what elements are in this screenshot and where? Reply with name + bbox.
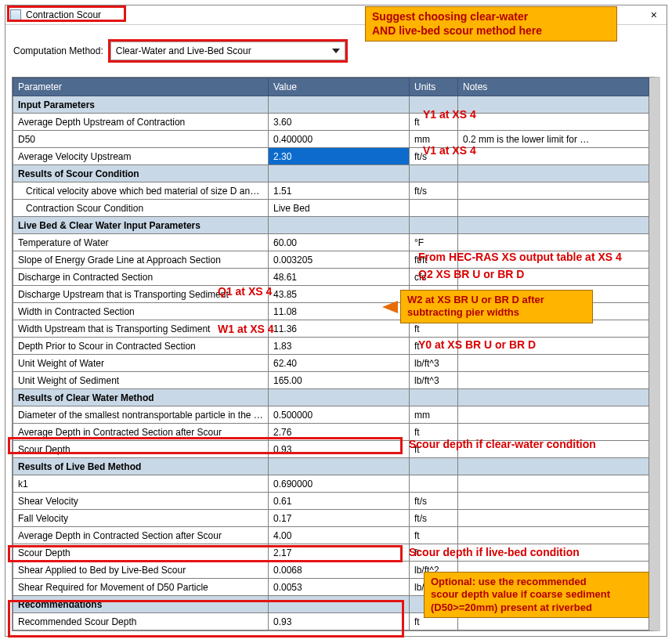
table-row[interactable]: Recommendations <box>13 596 649 613</box>
cell-value[interactable] <box>269 165 410 182</box>
cell-parameter[interactable]: Temperature of Water <box>13 234 269 251</box>
cell-value[interactable]: 0.0053 <box>269 579 410 596</box>
cell-units[interactable]: cfs <box>410 286 458 303</box>
cell-notes[interactable] <box>458 493 649 510</box>
cell-units[interactable]: ft <box>410 303 458 320</box>
cell-parameter[interactable]: Shear Velocity <box>13 493 269 510</box>
cell-units[interactable]: ft <box>410 527 458 544</box>
cell-units[interactable] <box>410 596 458 613</box>
cell-units[interactable]: ft/s <box>410 148 458 165</box>
cell-notes[interactable] <box>458 458 649 475</box>
table-row[interactable]: Slope of Energy Grade Line at Approach S… <box>13 251 649 269</box>
cell-value[interactable]: 0.690000 <box>269 475 410 493</box>
cell-value[interactable] <box>269 596 410 613</box>
cell-notes[interactable] <box>458 338 649 355</box>
table-row[interactable]: Recommended Scour Depth0.93ft <box>13 613 649 630</box>
table-row[interactable]: Width in Contracted Section11.08ft <box>13 303 649 320</box>
cell-notes[interactable] <box>458 510 649 527</box>
cell-units[interactable]: ft/s <box>410 182 458 200</box>
table-row[interactable]: k10.690000 <box>13 475 649 493</box>
cell-value[interactable]: 0.93 <box>269 441 410 458</box>
cell-units[interactable]: ft <box>410 544 458 562</box>
cell-notes[interactable] <box>458 372 649 389</box>
cell-units[interactable] <box>410 389 458 406</box>
cell-notes[interactable] <box>458 182 649 200</box>
col-notes[interactable]: Notes <box>458 78 649 96</box>
cell-value[interactable]: 165.00 <box>269 372 410 389</box>
table-row[interactable]: Results of Scour Condition <box>13 165 649 182</box>
cell-notes[interactable] <box>458 544 649 562</box>
table-row[interactable]: Average Depth in Contracted Section afte… <box>13 424 649 441</box>
cell-value[interactable]: 0.400000 <box>269 131 410 148</box>
table-row[interactable]: Results of Live Bed Method <box>13 458 649 475</box>
cell-notes[interactable] <box>458 320 649 338</box>
computation-method-dropdown[interactable]: Clear-Water and Live-Bed Scour <box>110 42 345 60</box>
cell-units[interactable]: cfs <box>410 269 458 286</box>
cell-parameter[interactable]: Contraction Scour Condition <box>13 200 269 217</box>
table-row[interactable]: Critical velocity above which bed materi… <box>13 182 649 200</box>
cell-parameter[interactable]: Discharge Upstream that is Transporting … <box>13 286 269 303</box>
cell-value[interactable]: 60.00 <box>269 234 410 251</box>
cell-units[interactable] <box>410 165 458 182</box>
cell-notes[interactable] <box>458 251 649 269</box>
cell-parameter[interactable]: Fall Velocity <box>13 510 269 527</box>
cell-units[interactable]: mm <box>410 131 458 148</box>
table-row[interactable]: Unit Weight of Sediment165.00lb/ft^3 <box>13 372 649 389</box>
table-row[interactable]: Contraction Scour ConditionLive Bed <box>13 200 649 217</box>
cell-value[interactable]: 11.08 <box>269 303 410 320</box>
cell-value[interactable]: 0.93 <box>269 613 410 630</box>
cell-units[interactable]: ft <box>410 613 458 630</box>
cell-parameter[interactable]: Average Velocity Upstream <box>13 148 269 165</box>
cell-parameter[interactable]: Depth Prior to Scour in Contracted Secti… <box>13 338 269 355</box>
cell-units[interactable]: ft/s <box>410 493 458 510</box>
cell-units[interactable]: ft <box>410 441 458 458</box>
cell-units[interactable]: mm <box>410 406 458 424</box>
cell-notes[interactable] <box>458 269 649 286</box>
table-row[interactable]: Discharge Upstream that is Transporting … <box>13 286 649 303</box>
cell-notes[interactable] <box>458 613 649 630</box>
cell-units[interactable] <box>410 458 458 475</box>
cell-parameter[interactable]: Recommendations <box>13 596 269 613</box>
cell-parameter[interactable]: Average Depth Upstream of Contraction <box>13 114 269 131</box>
cell-notes[interactable] <box>458 148 649 165</box>
cell-value[interactable]: Live Bed <box>269 200 410 217</box>
cell-parameter[interactable]: Shear Applied to Bed by Live-Bed Scour <box>13 562 269 579</box>
cell-parameter[interactable]: Results of Scour Condition <box>13 165 269 182</box>
cell-parameter[interactable]: Average Depth in Contracted Section afte… <box>13 424 269 441</box>
table-row[interactable]: Shear Required for Movement of D50 Parti… <box>13 579 649 596</box>
cell-parameter[interactable]: Discharge in Contracted Section <box>13 269 269 286</box>
cell-parameter[interactable]: Width Upstream that is Transporting Sedi… <box>13 320 269 338</box>
cell-value[interactable]: 48.61 <box>269 269 410 286</box>
cell-value[interactable]: 62.40 <box>269 355 410 372</box>
cell-parameter[interactable]: Scour Depth <box>13 544 269 562</box>
cell-units[interactable] <box>410 96 458 114</box>
cell-notes[interactable] <box>458 303 649 320</box>
cell-units[interactable]: lb/ft^3 <box>410 355 458 372</box>
cell-units[interactable]: °F <box>410 234 458 251</box>
table-row[interactable]: Shear Applied to Bed by Live-Bed Scour0.… <box>13 562 649 579</box>
cell-value[interactable] <box>269 217 410 234</box>
cell-units[interactable] <box>410 217 458 234</box>
cell-units[interactable]: lb/ft^2 <box>410 579 458 596</box>
cell-notes[interactable] <box>458 96 649 114</box>
cell-parameter[interactable]: Average Depth in Contracted Section afte… <box>13 527 269 544</box>
cell-notes[interactable] <box>458 579 649 596</box>
cell-parameter[interactable]: Width in Contracted Section <box>13 303 269 320</box>
cell-units[interactable]: ft <box>410 338 458 355</box>
table-row[interactable]: Results of Clear Water Method <box>13 389 649 406</box>
cell-value[interactable]: 11.36 <box>269 320 410 338</box>
cell-parameter[interactable]: Scour Depth <box>13 441 269 458</box>
cell-value[interactable]: 0.61 <box>269 493 410 510</box>
table-row[interactable]: Discharge in Contracted Section48.61cfs <box>13 269 649 286</box>
cell-notes[interactable] <box>458 200 649 217</box>
cell-value[interactable]: 0.003205 <box>269 251 410 269</box>
cell-value[interactable]: 3.60 <box>269 114 410 131</box>
cell-notes[interactable] <box>458 286 649 303</box>
table-row[interactable]: Temperature of Water60.00°F <box>13 234 649 251</box>
cell-value[interactable] <box>269 389 410 406</box>
cell-units[interactable]: ft/ft <box>410 251 458 269</box>
table-row[interactable]: Average Depth in Contracted Section afte… <box>13 527 649 544</box>
cell-parameter[interactable]: Results of Live Bed Method <box>13 458 269 475</box>
cell-parameter[interactable]: k1 <box>13 475 269 493</box>
cell-units[interactable] <box>410 475 458 493</box>
